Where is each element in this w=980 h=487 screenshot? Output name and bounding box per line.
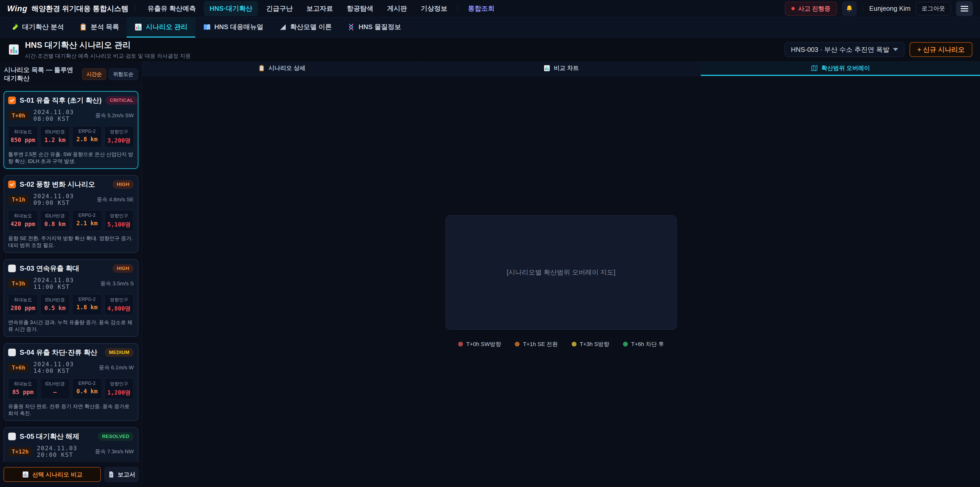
logout-button[interactable]: 로그아웃 — [916, 2, 951, 15]
metric-value: 5,100명 — [106, 220, 133, 228]
compare-button-label: 선택 시나리오 비교 — [32, 471, 83, 479]
nav-item-aerial-search[interactable]: 항공탐색 — [341, 1, 379, 16]
check-icon — [9, 97, 15, 103]
nav-item-board[interactable]: 게시판 — [382, 1, 413, 16]
metric-value: 0.4 km — [73, 388, 100, 394]
main-nav: 유출유 확산예측 HNS·대기확산 긴급구난 보고자료 항공탐색 게시판 기상정… — [142, 1, 500, 16]
time-offset-chip: T+12h — [8, 447, 32, 456]
tab-model-theory[interactable]: 확산모델 이론 — [271, 18, 339, 38]
scenario-checkbox[interactable] — [8, 265, 16, 272]
legend-dot-icon — [515, 342, 520, 346]
metric-box: 영향인구1,200명 — [104, 378, 134, 399]
sort-by-time-button[interactable]: 시간순 — [82, 69, 106, 80]
metric-label: 최대농도 — [10, 129, 37, 135]
hamburger-menu-button[interactable] — [956, 1, 973, 16]
metric-box: ERPG-21.8 km — [72, 294, 102, 315]
check-icon — [9, 182, 15, 187]
incident-status-label: 사고 진행중 — [798, 5, 830, 13]
sidebar-footer: 선택 시나리오 비교 보고서 — [0, 462, 142, 487]
tab-label: 분석 목록 — [91, 22, 119, 31]
app-title: 해양환경 위기대응 통합시스템 — [32, 4, 128, 14]
wind-speed: 풍속 6.1m/s W — [99, 364, 134, 371]
scenario-card-s04[interactable]: S-04 유출 차단·잔류 확산 MEDIUM T+6h 2024.11.03 … — [3, 343, 138, 421]
legend-label: T+3h S방향 — [580, 340, 609, 348]
scenario-checkbox[interactable] — [8, 97, 16, 104]
card-header: S-02 풍향 변화 시나리오 HIGH — [8, 180, 134, 189]
legend-dot-icon — [623, 342, 628, 346]
legend-item: T+6h 차단 후 — [623, 340, 664, 348]
tab-scenario-detail[interactable]: 시나리오 상세 — [142, 61, 422, 76]
scenario-checkbox[interactable] — [8, 348, 16, 356]
scenario-checkbox[interactable] — [8, 433, 16, 440]
tab-dispersion-analysis[interactable]: 대기확산 분석 — [3, 18, 72, 38]
nav-item-emergency-rescue[interactable]: 긴급구난 — [261, 1, 298, 16]
new-scenario-button[interactable]: + 신규 시나리오 — [910, 42, 972, 57]
wind-speed: 풍속 3.5m/s S — [100, 280, 134, 287]
metric-value: 2.8 km — [73, 136, 100, 142]
test-tube-icon — [11, 23, 19, 31]
metric-label: 최대농도 — [10, 297, 37, 303]
scenario-card-s05[interactable]: S-05 대기확산 해제 RESOLVED T+12h 2024.11.03 2… — [3, 427, 138, 462]
tab-label: 대기확산 분석 — [22, 22, 64, 31]
tab-hns-substance-info[interactable]: HNS 물질정보 — [339, 18, 409, 38]
card-header: S-04 유출 차단·잔류 확산 MEDIUM — [8, 348, 134, 357]
notification-button[interactable] — [842, 1, 857, 16]
nav-item-hns-dispersion[interactable]: HNS·대기확산 — [204, 1, 258, 16]
metric-box: 최대농도420 ppm — [8, 210, 38, 231]
tab-label: 확산범위 오버레이 — [821, 64, 870, 72]
tab-label: 비교 차트 — [554, 64, 579, 72]
metric-value: 1,200명 — [106, 389, 133, 397]
scenario-card-s03[interactable]: S-03 연속유출 확대 HIGH T+3h 2024.11.03 11:00 … — [3, 259, 138, 337]
metric-box: ERPG-22.1 km — [72, 210, 102, 231]
scenario-checkbox[interactable] — [8, 180, 16, 188]
report-button-label: 보고서 — [118, 471, 135, 479]
tab-dispersion-overlay[interactable]: 확산범위 오버레이 — [701, 61, 980, 76]
document-icon — [108, 471, 115, 478]
wind-speed: 풍속 4.8m/s SE — [97, 196, 134, 203]
metric-label: 최대농도 — [10, 213, 37, 219]
timestamp: 2024.11.03 08:00 KST — [33, 109, 91, 122]
main-panel: 시나리오 상세 비교 차트 확산범위 오버레이 [시나리오별 확산범위 오버레이… — [142, 61, 980, 487]
metric-value: 3,200명 — [106, 137, 133, 145]
tab-label: HNS 물질정보 — [359, 22, 401, 31]
scenario-description: 유출원 차단 완료. 잔류 증기 자연 확산중. 풍속 증가로 희석 촉진. — [8, 403, 134, 417]
scenario-list: S-01 유출 직후 (초기 확산) CRITICAL T+0h 2024.11… — [0, 87, 142, 462]
legend-item: T+3h S방향 — [572, 340, 609, 348]
card-time-row: T+1h 2024.11.03 09:00 KST 풍속 4.8m/s SE — [8, 193, 134, 206]
page-header-text: HNS 대기확산 시나리오 관리 시간·조건별 대기확산 예측 시나리오 비교·… — [25, 40, 780, 59]
map-placeholder-text: [시나리오별 확산범위 오버레이 지도] — [507, 268, 615, 277]
dna-icon — [347, 23, 355, 31]
metric-value: 1.8 km — [73, 304, 100, 311]
scenario-card-s02[interactable]: S-02 풍향 변화 시나리오 HIGH T+1h 2024.11.03 09:… — [3, 175, 138, 253]
tab-analysis-list[interactable]: 분석 목록 — [72, 18, 127, 38]
hamburger-menu-icon — [961, 8, 968, 9]
scenario-title: S-02 풍향 변화 시나리오 — [20, 180, 109, 189]
page-subtitle: 시간·조건별 대기확산 예측 시나리오 비교·검토 및 대응 의사결정 지원 — [25, 52, 780, 59]
brand: Wing 해양환경 위기대응 통합시스템 — [7, 4, 128, 14]
bar-chart-icon — [134, 23, 142, 31]
tab-comparison-chart[interactable]: 비교 차트 — [422, 61, 701, 76]
overlay-legend: T+0h SW방향 T+1h SE 전환 T+3h S방향 T+6h 차단 후 — [458, 340, 664, 348]
nav-item-reports[interactable]: 보고자료 — [301, 1, 339, 16]
metric-label: IDLH반경 — [41, 381, 68, 387]
tab-scenario-management[interactable]: 시나리오 관리 — [127, 18, 195, 38]
wind-speed: 풍속 5.2m/s SW — [95, 112, 134, 119]
timestamp: 2024.11.03 11:00 KST — [33, 277, 96, 290]
metric-label: ERPG-2 — [73, 213, 100, 218]
nav-item-spill-prediction[interactable]: 유출유 확산예측 — [142, 1, 201, 16]
book-icon — [203, 23, 211, 31]
nav-item-integrated-search[interactable]: 통합조회 — [463, 1, 500, 16]
page-title: HNS 대기확산 시나리오 관리 — [25, 40, 780, 51]
scenario-card-s01[interactable]: S-01 유출 직후 (초기 확산) CRITICAL T+0h 2024.11… — [3, 91, 138, 169]
bar-chart-icon — [8, 43, 20, 56]
sort-by-risk-button[interactable]: 위험도순 — [109, 69, 138, 80]
report-button[interactable]: 보고서 — [105, 467, 138, 482]
legend-label: T+0h SW방향 — [466, 340, 501, 348]
nav-item-weather[interactable]: 기상정보 — [415, 1, 453, 16]
tab-label: 시나리오 관리 — [146, 22, 187, 31]
incident-status-badge: 사고 진행중 — [785, 2, 837, 16]
incident-select[interactable]: HNS-003 · 부산 수소 추진연 폭발 — [784, 42, 904, 57]
compare-scenarios-button[interactable]: 선택 시나리오 비교 — [3, 467, 101, 482]
legend-item: T+0h SW방향 — [458, 340, 501, 348]
tab-hns-manual[interactable]: HNS 대응매뉴얼 — [195, 18, 271, 38]
